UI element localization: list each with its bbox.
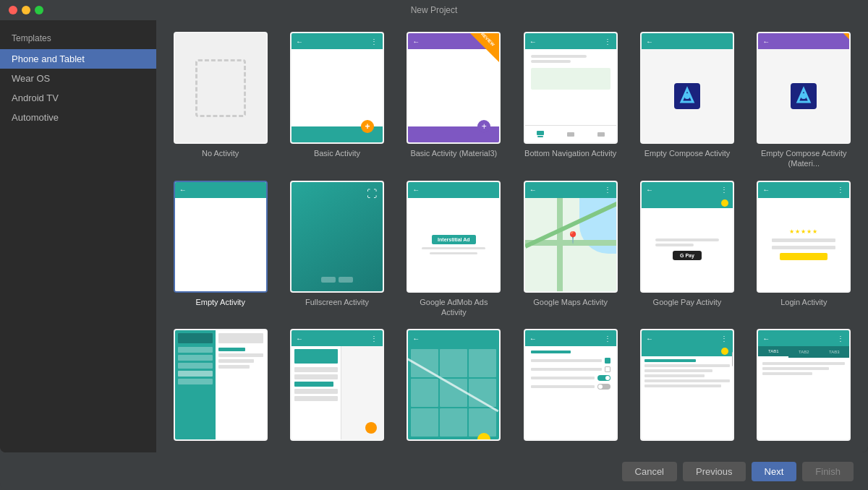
back-arrow-icon: ←: [646, 186, 653, 194]
template-maps[interactable]: ← ⋮ 📍 Google Maps Ac: [518, 181, 623, 318]
checkbox-icon: [605, 358, 610, 364]
overflow-icon: ⋮: [604, 38, 612, 46]
cancel-button[interactable]: Cancel: [622, 462, 677, 481]
template-primary-detail[interactable]: Primary/Detail Flow: [168, 329, 273, 441]
overflow-icon: ⋮: [370, 335, 378, 343]
back-arrow-icon: ←: [412, 335, 420, 343]
template-login[interactable]: ← ⋮ ★★★★★ Login Activity: [752, 181, 856, 318]
template-label-maps: Google Maps Activity: [533, 297, 608, 307]
sidebar-item-wear-os[interactable]: Wear OS: [0, 69, 156, 88]
template-tabbed[interactable]: ← ⋮ TAB1 TAB2 TAB3: [752, 329, 856, 441]
overflow-icon: ⋮: [837, 335, 845, 343]
template-fullscreen[interactable]: ⛶ Fullscreen Activity: [284, 181, 389, 318]
template-label-login: Login Activity: [780, 297, 827, 307]
overflow-icon: ⋮: [720, 186, 728, 194]
next-button[interactable]: Next: [752, 462, 797, 481]
tab-1: TAB1: [758, 346, 788, 358]
back-arrow-icon: ←: [762, 335, 770, 343]
map-pin-icon: 📍: [566, 231, 580, 244]
sidebar-item-android-tv[interactable]: Android TV: [0, 88, 156, 108]
compose-logo-m3-icon: [789, 82, 818, 111]
finish-button[interactable]: Finish: [802, 462, 854, 481]
back-arrow-icon: ←: [412, 186, 420, 194]
template-label-empty: Empty Activity: [195, 297, 244, 307]
scrollbar-indicator: [732, 352, 734, 366]
tab-bar: TAB1 TAB2 TAB3: [758, 346, 849, 358]
overflow-icon: ⋮: [604, 186, 612, 194]
back-arrow-icon: ←: [412, 38, 420, 46]
overflow-icon: ⋮: [604, 335, 612, 343]
template-label-basic-m3: Basic Activity (Material3): [410, 148, 497, 158]
title-bar: New Project: [0, 0, 868, 20]
template-basic-m3[interactable]: ← + PREVIEW PREVIEW Basic Activity (Ma: [401, 32, 506, 169]
back-arrow-icon: ←: [179, 186, 187, 194]
back-arrow-icon: ←: [646, 335, 653, 343]
sidebar-header: Templates: [0, 27, 156, 49]
template-label-compose: Empty Compose Activity: [644, 148, 731, 158]
template-label-gpay: Google Pay Activity: [653, 297, 722, 307]
gpay-button: G Pay: [673, 251, 702, 260]
back-arrow-icon: ←: [529, 335, 537, 343]
previous-button[interactable]: Previous: [683, 462, 746, 481]
back-arrow-icon: ←: [762, 38, 770, 46]
template-gpay[interactable]: ← ⋮ G Pay: [634, 181, 739, 318]
minimize-dot[interactable]: [22, 6, 30, 14]
template-admob[interactable]: ← Interstitial Ad Google AdMob Ads Activ…: [401, 181, 506, 318]
template-empty-compose-m3[interactable]: ← PREVIEW Empty Co: [752, 32, 856, 169]
overflow-icon: ⋮: [837, 186, 845, 194]
expand-icon: ⛶: [367, 188, 377, 199]
template-label-basic: Basic Activity: [314, 148, 360, 158]
template-nav-drawer[interactable]: ← ⋮: [284, 329, 389, 441]
svg-point-2: [684, 93, 690, 99]
templates-grid: No Activity ← ⋮ +: [168, 32, 856, 441]
sidebar-item-phone-tablet[interactable]: Phone and Tablet: [0, 49, 156, 69]
window-controls: [9, 6, 43, 14]
close-dot[interactable]: [9, 6, 17, 14]
content-area: No Activity ← ⋮ +: [156, 20, 868, 452]
template-label-compose-m3: Empty Compose Activity (Materi...: [757, 148, 851, 169]
checkbox-icon: [605, 366, 610, 372]
tab-2: TAB2: [788, 346, 819, 358]
template-settings[interactable]: ← ⋮: [518, 329, 623, 441]
interstitial-ad-label: Interstitial Ad: [432, 235, 475, 244]
template-label-bottom-nav: Bottom Navigation Activity: [524, 148, 616, 158]
back-arrow-icon: ←: [646, 38, 653, 46]
template-label-admob: Google AdMob Ads Activity: [407, 297, 501, 318]
template-basic-activity[interactable]: ← ⋮ + Basic Activity: [284, 32, 389, 169]
toggle-off-icon: [597, 384, 610, 390]
back-arrow-icon: ←: [529, 186, 537, 194]
back-arrow-icon: ←: [529, 38, 537, 46]
compose-logo-icon: [673, 82, 702, 111]
back-arrow-icon: ←: [762, 186, 770, 194]
maximize-dot[interactable]: [35, 6, 43, 14]
stars-icon: ★★★★★: [789, 228, 818, 235]
template-scrolling[interactable]: ← ⋮: [634, 329, 739, 441]
template-empty-compose[interactable]: ← Empty Compose Activity: [634, 32, 739, 169]
back-arrow-icon: ←: [296, 335, 303, 343]
back-arrow-icon: ←: [296, 38, 303, 46]
preview-badge: PREVIEW: [478, 32, 495, 47]
sidebar: Templates Phone and Tablet Wear OS Andro…: [0, 20, 156, 452]
template-label-fullscreen: Fullscreen Activity: [305, 297, 369, 307]
template-label-no-activity: No Activity: [202, 148, 239, 158]
template-responsive[interactable]: ←: [401, 329, 506, 441]
dashed-rect-icon: [195, 59, 246, 117]
template-bottom-nav[interactable]: ← ⋮: [518, 32, 623, 169]
window-title: New Project: [411, 5, 458, 15]
template-empty-activity[interactable]: ← Empty Activity: [168, 181, 273, 318]
overflow-icon: ⋮: [720, 335, 728, 343]
tab-3: TAB3: [819, 346, 849, 358]
svg-point-5: [801, 93, 807, 99]
footer: Cancel Previous Next Finish: [0, 452, 868, 490]
sidebar-item-automotive[interactable]: Automotive: [0, 108, 156, 127]
template-no-activity[interactable]: No Activity: [168, 32, 273, 169]
overflow-icon: ⋮: [370, 38, 378, 46]
toggle-icon: [597, 375, 610, 381]
fab-icon: +: [361, 120, 374, 133]
templates-scroll[interactable]: No Activity ← ⋮ +: [168, 32, 856, 441]
